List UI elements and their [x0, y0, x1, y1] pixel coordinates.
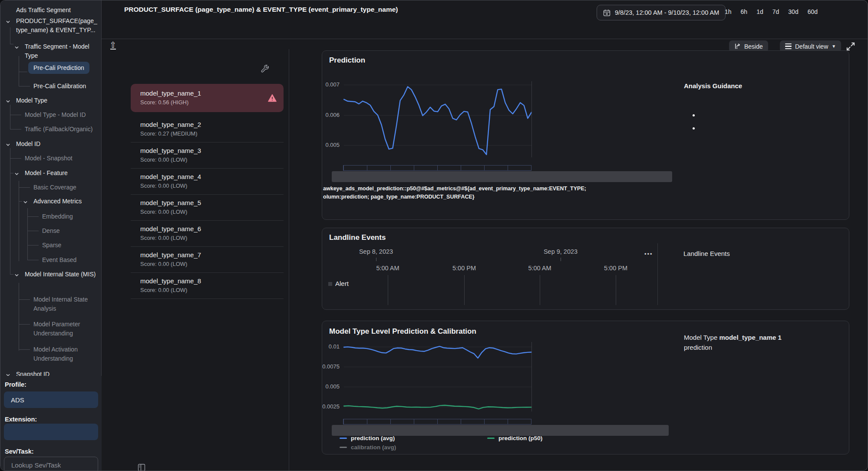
- profile-input[interactable]: [4, 391, 98, 408]
- sidebar-item-model-internal-state-mis[interactable]: Model Internal State (MIS): [25, 270, 98, 279]
- tree-guide-line: [19, 181, 19, 261]
- sidebar-item-pre-cali-calibration[interactable]: Pre-Cali Calibration: [33, 82, 98, 91]
- chevron-down-icon[interactable]: [14, 272, 20, 277]
- tree-guide-line: [19, 299, 30, 300]
- sidebar-item-model-type[interactable]: Model Type: [16, 96, 98, 105]
- range-button-6h[interactable]: 6h: [741, 8, 748, 15]
- wrench-icon[interactable]: [260, 64, 270, 73]
- more-menu-icon[interactable]: •••: [644, 251, 653, 257]
- timeline-gridline: [540, 275, 540, 305]
- tree-guide-line: [19, 187, 30, 188]
- chevron-down-icon[interactable]: [6, 98, 11, 103]
- model-list-item-model-type-name-2[interactable]: model_type_name_2Score: 0.27 (MEDIUM): [131, 116, 284, 143]
- model-name: model_type_name_6: [140, 225, 277, 232]
- fullscreen-icon[interactable]: [845, 41, 856, 52]
- model-list-item-model-type-name-7[interactable]: model_type_name_7Score: 0.00 (LOW): [131, 247, 284, 273]
- chevron-down-icon[interactable]: [14, 44, 20, 49]
- timeline-gridline: [464, 275, 465, 305]
- model-list-item-model-type-name-6[interactable]: model_type_name_6Score: 0.00 (LOW): [131, 221, 284, 247]
- legend-swatch: [340, 438, 347, 439]
- sidebar-item-model-feature[interactable]: Model - Feature: [25, 169, 98, 178]
- timeline-time-label: 5:00 PM: [604, 265, 627, 272]
- model-type-card-title: Model Type Level Prediction & Calibratio…: [329, 327, 476, 336]
- chart-lines: [344, 81, 531, 157]
- sidebar-item-embedding[interactable]: Embedding: [42, 212, 98, 221]
- tree-guide-line: [10, 27, 10, 44]
- timeline-date-tick: [561, 258, 561, 261]
- sidebar-item-traffic-segment-model-type[interactable]: Traffic Segment - Model Type: [25, 42, 98, 60]
- tree-guide-line: [19, 72, 27, 72]
- sidebar-item-advanced-metrics[interactable]: Advanced Metrics: [33, 197, 98, 206]
- model-list-item-model-type-name-4[interactable]: model_type_name_4Score: 0.00 (LOW): [131, 169, 284, 195]
- prediction-brush[interactable]: [343, 165, 531, 171]
- model-type-scrollbar[interactable]: [332, 425, 669, 436]
- sidebar-item-product-surface-page-type-name[interactable]: PRODUCT_SURFACE(page_type_name) & EVENT_…: [16, 17, 98, 35]
- legend-container: prediction (avg)calibration (avg)predict…: [340, 435, 644, 454]
- sidebar-item-model-type-model-id[interactable]: Model Type - Model ID: [25, 110, 98, 119]
- model-list-item-model-type-name-5[interactable]: model_type_name_5Score: 0.00 (LOW): [131, 195, 284, 221]
- sidebar-item-model-internal-state-analysis[interactable]: Model Internal State Analysis: [33, 295, 98, 313]
- timeline-gridline: [616, 275, 616, 305]
- sidebar-item-model-parameter-understanding[interactable]: Model Parameter Understanding: [33, 320, 98, 338]
- y-axis-tick-label: 0.0025: [322, 403, 340, 410]
- timeline-right-border: [657, 243, 658, 305]
- sidebar-item-traffic-fallback-organic[interactable]: Traffic (Fallback/Organic): [25, 125, 98, 134]
- chevron-down-icon[interactable]: [23, 199, 28, 204]
- app-window: Ads Traffic SegmentPRODUCT_SURFACE(page_…: [0, 0, 868, 471]
- list-icon: [785, 43, 792, 50]
- landline-events-card: Landline Events Sep 8, 2023Sep 9, 20235:…: [322, 228, 849, 310]
- y-axis-tick-label: 0.005: [325, 383, 340, 390]
- sidebar-item-model-activation-understanding[interactable]: Model Activation Understanding: [33, 345, 98, 363]
- legend-item-prediction-avg[interactable]: prediction (avg): [340, 435, 395, 441]
- model-list-item-model-type-name-3[interactable]: model_type_name_3Score: 0.00 (LOW): [131, 143, 284, 169]
- sidebar-item-model-id[interactable]: Model ID: [16, 139, 98, 149]
- model-type-brush[interactable]: [343, 419, 531, 425]
- range-button-30d[interactable]: 30d: [788, 8, 798, 15]
- y-axis-tick-label: 0.006: [325, 112, 340, 118]
- range-button-60d[interactable]: 60d: [808, 8, 818, 15]
- tree-guide-line: [19, 324, 30, 325]
- legend-item-prediction-p50[interactable]: prediction (p50): [487, 435, 542, 441]
- legend-label: prediction (avg): [351, 435, 395, 441]
- sidebar-item-dense[interactable]: Dense: [42, 226, 98, 236]
- guidance-bullet: [693, 114, 695, 116]
- plot-right-border: [531, 342, 532, 411]
- chevron-down-icon[interactable]: [14, 170, 20, 176]
- prediction-card-title: Prediction: [329, 56, 365, 65]
- range-button-1h[interactable]: 1h: [725, 8, 732, 15]
- sidebar-item-event-based[interactable]: Event Based: [42, 255, 98, 265]
- sidebar-item-ads-traffic-segment[interactable]: Ads Traffic Segment: [16, 6, 98, 15]
- timeline-time-label: 5:00 AM: [376, 265, 399, 272]
- tree-guide-line: [27, 260, 39, 260]
- legend-label: prediction (p50): [498, 435, 542, 441]
- legend-item-calibration-avg[interactable]: calibration (avg): [340, 444, 396, 451]
- chevron-down-icon[interactable]: [6, 141, 11, 146]
- panel-toggle-icon[interactable]: [138, 464, 145, 471]
- guidance-bullet: [693, 127, 695, 129]
- sev-task-input[interactable]: [4, 457, 98, 471]
- alert-legend-swatch: [328, 282, 332, 286]
- tree-guide-line: [10, 148, 10, 274]
- plot-right-border: [531, 81, 532, 157]
- sidebar-item-model-snapshot[interactable]: Model - Snapshot: [25, 154, 98, 163]
- model-type-list: model_type_name_1Score: 0.56 (HIGH)model…: [131, 84, 284, 299]
- model-list-item-model-type-name-1[interactable]: model_type_name_1Score: 0.56 (HIGH): [131, 84, 284, 112]
- extension-input[interactable]: [4, 424, 98, 440]
- sidebar-item-pre-cali-prediction[interactable]: Pre-Cali Prediction: [28, 62, 89, 74]
- date-range-picker[interactable]: 9/8/23, 12:00 AM - 9/10/23, 12:00 AM: [597, 5, 726, 20]
- range-button-1d[interactable]: 1d: [756, 8, 763, 15]
- range-button-7d[interactable]: 7d: [772, 8, 779, 15]
- timeline-time-label: 5:00 PM: [452, 265, 476, 272]
- prediction-scrollbar[interactable]: [332, 171, 672, 182]
- beside-layout-icon: [734, 43, 741, 50]
- legend-swatch: [487, 438, 495, 439]
- sidebar-item-sparse[interactable]: Sparse: [42, 241, 98, 250]
- tree-guide-line: [10, 274, 13, 275]
- model-score: Score: 0.27 (MEDIUM): [140, 130, 277, 137]
- sidebar-item-basic-coverage[interactable]: Basic Coverage: [33, 183, 98, 192]
- tree-guide-line: [10, 44, 13, 44]
- export-icon[interactable]: ⇧: [107, 41, 119, 53]
- prediction-card: Prediction 0.0070.0060.005 awkeye_ads_mo…: [322, 50, 849, 220]
- chevron-down-icon[interactable]: [6, 18, 11, 23]
- model-list-item-model-type-name-8[interactable]: model_type_name_8Score: 0.00 (LOW): [131, 273, 284, 299]
